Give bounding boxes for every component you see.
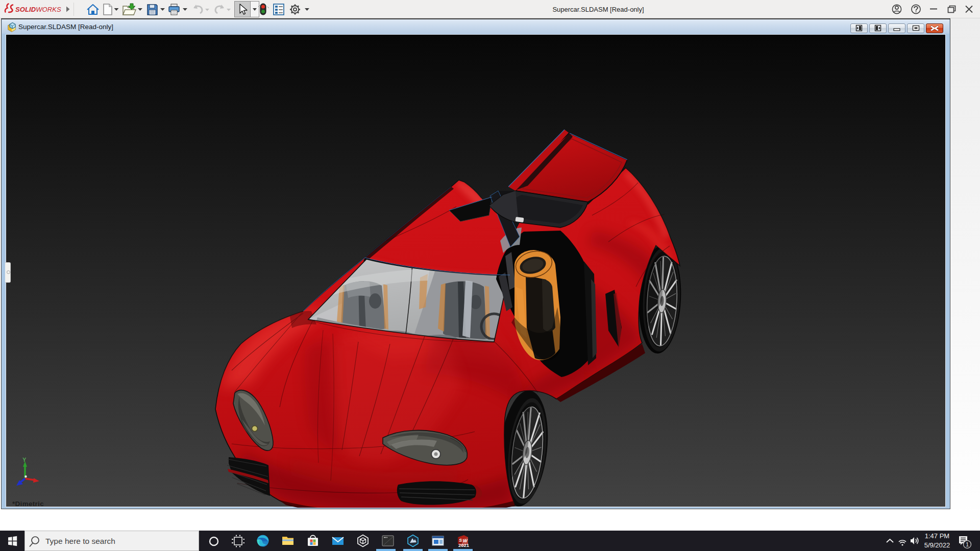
svg-text:1: 1 (966, 541, 969, 547)
svg-text:SOLIDWORKS: SOLIDWORKS (15, 6, 61, 13)
svg-text:Supercar.SLDASM [Read-only]: Supercar.SLDASM [Read-only] (18, 23, 113, 31)
svg-text:Supercar.SLDASM [Read-only]: Supercar.SLDASM [Read-only] (552, 6, 644, 13)
svg-text:*Dimetric: *Dimetric (12, 500, 44, 508)
svg-text:1:47 PM: 1:47 PM (925, 532, 949, 540)
svg-text:2021: 2021 (458, 542, 470, 548)
svg-text:Type here to search: Type here to search (45, 537, 115, 545)
svg-text:Y: Y (22, 457, 27, 463)
svg-text:5/9/2022: 5/9/2022 (924, 541, 950, 549)
